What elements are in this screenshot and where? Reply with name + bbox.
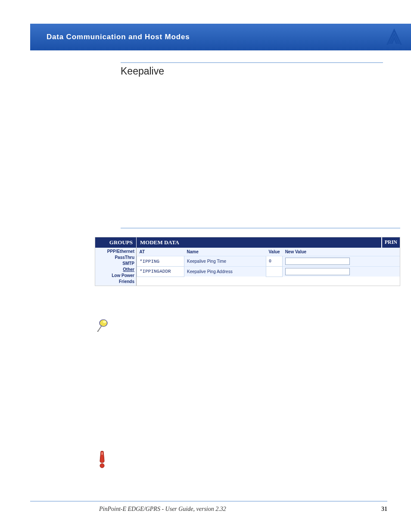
company-logo-icon bbox=[384, 27, 405, 47]
note-block bbox=[95, 316, 400, 333]
svg-point-2 bbox=[97, 331, 99, 332]
col-newvalue: New Value bbox=[283, 248, 400, 256]
exclamation-icon bbox=[95, 450, 109, 469]
groups-header: GROUPS bbox=[95, 237, 137, 248]
new-value-input[interactable] bbox=[285, 268, 350, 275]
at-command: *IPPINGADDR bbox=[137, 267, 184, 277]
banner-title: Data Communication and Host Modes bbox=[47, 33, 190, 41]
section-heading: Keepalive bbox=[121, 62, 383, 77]
table-row: *IPPINGADDR Keepalive Ping Address bbox=[137, 267, 400, 277]
groups-sidebar: PPP/Ethernet PassThru SMTP Other Low Pow… bbox=[95, 248, 137, 286]
at-command: *IPPING bbox=[137, 256, 184, 267]
sidebar-item-lowpower[interactable]: Low Power bbox=[96, 273, 134, 279]
param-value bbox=[266, 267, 283, 277]
col-name: Name bbox=[184, 248, 266, 256]
svg-point-1 bbox=[103, 320, 106, 323]
config-screenshot: GROUPS MODEM DATA PRIN PPP/Ethernet Pass… bbox=[95, 237, 400, 286]
section-title: Keepalive bbox=[121, 65, 383, 77]
pushpin-icon bbox=[95, 316, 112, 333]
param-name: Keepalive Ping Address bbox=[184, 267, 266, 277]
sidebar-item-smtp[interactable]: SMTP bbox=[96, 261, 134, 267]
page-number: 31 bbox=[381, 506, 387, 513]
modem-data-header: MODEM DATA bbox=[137, 237, 381, 248]
sidebar-item-other[interactable]: Other bbox=[96, 267, 134, 273]
sidebar-item-ppp[interactable]: PPP/Ethernet bbox=[96, 249, 134, 255]
new-value-input[interactable] bbox=[285, 258, 350, 265]
table-row: *IPPING Keepalive Ping Time 0 bbox=[137, 256, 400, 267]
sidebar-item-passthru[interactable]: PassThru bbox=[96, 255, 134, 261]
param-name: Keepalive Ping Time bbox=[184, 256, 266, 267]
chapter-banner: Data Communication and Host Modes bbox=[30, 24, 411, 50]
svg-point-0 bbox=[100, 320, 107, 327]
col-value: Value bbox=[266, 248, 283, 256]
param-value: 0 bbox=[266, 256, 283, 267]
divider bbox=[121, 228, 400, 228]
sidebar-item-friends[interactable]: Friends bbox=[96, 279, 134, 285]
col-at: AT bbox=[137, 248, 184, 256]
caution-block bbox=[95, 450, 400, 469]
modem-data-table: AT Name Value New Value *IPPING Keepaliv… bbox=[137, 248, 400, 277]
print-button[interactable]: PRIN bbox=[381, 237, 400, 248]
svg-point-3 bbox=[100, 464, 104, 468]
page-footer: PinPoint-E EDGE/GPRS - User Guide, versi… bbox=[30, 501, 387, 513]
footer-text: PinPoint-E EDGE/GPRS - User Guide, versi… bbox=[99, 506, 226, 513]
